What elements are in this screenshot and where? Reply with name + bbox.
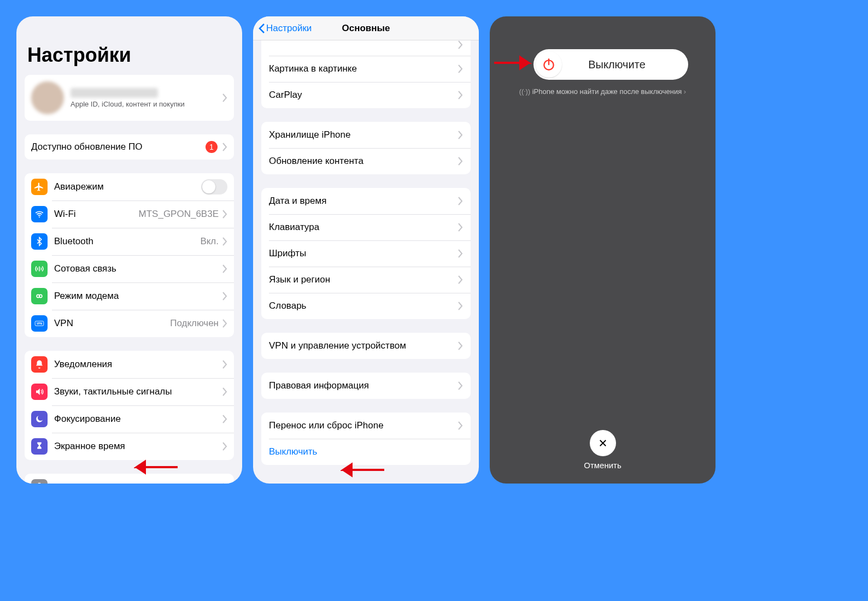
- nav-bar: Настройки Основные: [253, 16, 479, 40]
- chevron-right-icon: [458, 302, 463, 310]
- chevron-right-icon: [458, 341, 463, 350]
- vpn-management-row[interactable]: VPN и управление устройством: [261, 333, 471, 359]
- slide-label: Выключите: [562, 58, 688, 71]
- chevron-right-icon: [222, 387, 227, 396]
- chevron-right-icon: [458, 197, 463, 205]
- shutdown-row[interactable]: Выключить: [261, 439, 471, 465]
- chevron-right-icon: [458, 131, 463, 139]
- speaker-icon: [31, 384, 48, 400]
- chevron-right-icon: [458, 40, 463, 49]
- airplane-mode-row[interactable]: Авиарежим: [25, 173, 234, 201]
- bgrefresh-row[interactable]: Обновление контента: [261, 148, 471, 174]
- chevron-right-icon: [222, 483, 227, 484]
- wifi-icon: [31, 206, 48, 222]
- bluetooth-icon: [31, 233, 48, 250]
- moon-icon: [31, 411, 48, 427]
- chevron-right-icon: [222, 442, 227, 451]
- chevron-right-icon: [222, 415, 227, 423]
- airplane-icon: [31, 179, 48, 195]
- chevron-right-icon: [222, 237, 227, 246]
- software-update-row[interactable]: Доступно обновление ПО 1: [25, 134, 234, 160]
- vpn-icon: VPN: [31, 315, 48, 332]
- chevron-right-icon: [458, 157, 463, 166]
- power-icon[interactable]: [536, 51, 562, 78]
- sounds-row[interactable]: Звуки, тактильные сигналы: [25, 378, 234, 405]
- chevron-right-icon: [458, 249, 463, 258]
- chevron-right-icon: [222, 319, 227, 328]
- notifications-row[interactable]: Уведомления: [25, 351, 234, 378]
- cancel-button[interactable]: [590, 430, 616, 456]
- chevron-right-icon: [458, 223, 463, 232]
- chevron-right-icon: [222, 93, 227, 102]
- find-my-note[interactable]: ((ᐧ)) iPhone можно найти даже после выкл…: [490, 87, 715, 96]
- update-badge: 1: [206, 141, 218, 153]
- gear-icon: [31, 479, 48, 484]
- general-row[interactable]: Основные: [25, 474, 234, 484]
- focus-row[interactable]: Фокусирование: [25, 405, 234, 433]
- carplay-row[interactable]: CarPlay: [261, 82, 471, 108]
- general-screen: Настройки Основные Картинка в картинке C…: [253, 16, 479, 484]
- slide-to-power-off[interactable]: Выключите: [533, 49, 688, 80]
- chevron-right-icon: [458, 381, 463, 390]
- account-name-blurred: [71, 88, 158, 98]
- chevron-right-icon: [222, 210, 227, 219]
- hotspot-row[interactable]: Режим модема: [25, 282, 234, 310]
- annotation-arrow-icon: [494, 55, 532, 71]
- cellular-icon: [31, 261, 48, 277]
- fonts-row[interactable]: Шрифты: [261, 240, 471, 267]
- chevron-right-icon: [458, 275, 463, 284]
- chevron-right-icon: [458, 64, 463, 73]
- shutdown-screen: Выключите ((ᐧ)) iPhone можно найти даже …: [490, 16, 715, 484]
- svg-text:VPN: VPN: [37, 322, 42, 325]
- apple-id-row[interactable]: Apple ID, iCloud, контент и покупки: [25, 75, 234, 121]
- svg-point-0: [39, 216, 40, 217]
- transfer-reset-row[interactable]: Перенос или сброс iPhone: [261, 413, 471, 439]
- airplane-toggle[interactable]: [201, 179, 227, 195]
- pip-row[interactable]: Картинка в картинке: [261, 56, 471, 82]
- nav-title: Основные: [342, 23, 390, 34]
- chevron-right-icon: [222, 292, 227, 300]
- chevron-right-icon: [222, 264, 227, 273]
- datetime-row[interactable]: Дата и время: [261, 188, 471, 214]
- bell-icon: [31, 356, 48, 373]
- chevron-right-icon: [458, 421, 463, 430]
- legal-row[interactable]: Правовая информация: [261, 373, 471, 399]
- bluetooth-row[interactable]: Bluetooth Вкл.: [25, 228, 234, 255]
- cellular-row[interactable]: Сотовая связь: [25, 255, 234, 282]
- settings-screen: Настройки Apple ID, iCloud, контент и по…: [16, 16, 242, 484]
- account-subtitle: Apple ID, iCloud, контент и покупки: [71, 100, 222, 108]
- screentime-row[interactable]: Экранное время: [25, 433, 234, 460]
- vpn-row[interactable]: VPN VPN Подключен: [25, 310, 234, 337]
- hotspot-icon: [31, 288, 48, 304]
- cancel-label: Отменить: [584, 461, 621, 470]
- wifi-row[interactable]: Wi-Fi MTS_GPON_6B3E: [25, 201, 234, 228]
- chevron-right-icon: [458, 91, 463, 99]
- svg-point-2: [39, 294, 42, 297]
- cutoff-row[interactable]: [261, 40, 471, 56]
- hourglass-icon: [31, 438, 48, 455]
- back-button[interactable]: Настройки: [259, 23, 312, 34]
- avatar: [31, 81, 64, 114]
- dictionary-row[interactable]: Словарь: [261, 293, 471, 319]
- chevron-right-icon: [222, 360, 227, 369]
- language-row[interactable]: Язык и регион: [261, 267, 471, 293]
- chevron-right-icon: [222, 143, 227, 151]
- annotation-arrow-icon: [134, 459, 178, 475]
- storage-row[interactable]: Хранилище iPhone: [261, 122, 471, 148]
- keyboard-row[interactable]: Клавиатура: [261, 214, 471, 240]
- page-title: Настройки: [16, 16, 242, 75]
